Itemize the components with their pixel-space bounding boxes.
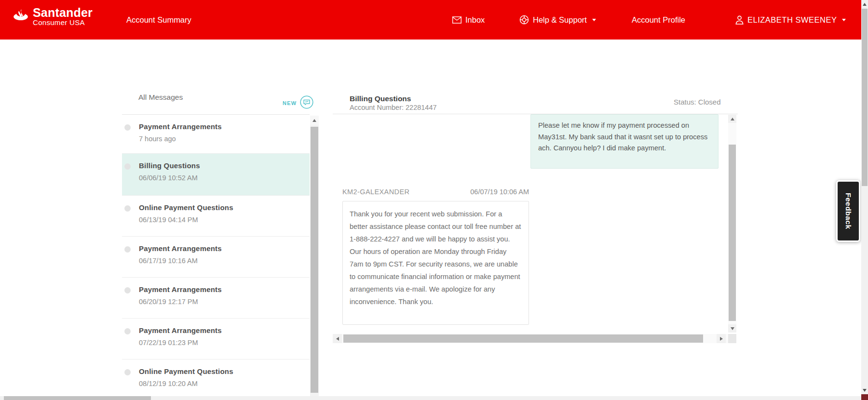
unread-dot-icon — [124, 205, 131, 212]
arrow-left-icon — [336, 337, 339, 341]
new-message-button[interactable]: NEW — [283, 95, 313, 109]
message-list-item[interactable]: Payment Arrangements 7 hours ago — [122, 115, 310, 154]
santander-flame-icon — [13, 9, 29, 23]
scrollbar-thumb[interactable] — [862, 9, 868, 186]
unread-dot-icon — [124, 163, 131, 170]
chat-bubble-icon — [300, 95, 313, 109]
browser-horizontal-scrollbar[interactable] — [0, 396, 861, 400]
agent-message-bubble: Thank you for your recent web submission… — [342, 201, 529, 325]
arrow-up-icon — [731, 118, 734, 120]
thread-vertical-scrollbar[interactable] — [728, 115, 736, 333]
feedback-tab[interactable]: Feedback — [836, 180, 860, 242]
message-list-item[interactable]: Payment Arrangements 06/17/19 10:16 AM — [122, 237, 310, 278]
brand-name: Santander — [33, 6, 93, 19]
scrollbar-thumb[interactable] — [311, 127, 318, 393]
customer-message-bubble: Please let me know if my payment process… — [530, 114, 719, 169]
envelope-icon — [452, 16, 461, 24]
scroll-up-button[interactable] — [728, 115, 736, 123]
thread-account-number: Account Number: 22281447 — [350, 104, 437, 111]
unread-dot-icon — [124, 246, 131, 253]
arrow-up-icon — [312, 119, 316, 122]
santander-logo[interactable]: Santander Consumer USA — [13, 6, 93, 27]
scrollbar-thumb[interactable] — [343, 334, 703, 343]
scroll-right-button[interactable] — [717, 334, 726, 343]
thread-scrollbar-corner — [728, 334, 736, 343]
scroll-down-button[interactable] — [861, 387, 868, 394]
message-list-item[interactable]: Payment Arrangements 06/20/19 12:17 PM — [122, 278, 310, 319]
scroll-up-button[interactable] — [310, 116, 319, 125]
arrow-right-icon — [720, 337, 723, 341]
life-ring-icon — [519, 15, 529, 25]
message-list-scrollbar[interactable] — [310, 116, 319, 396]
scroll-down-button[interactable] — [728, 324, 736, 333]
agent-message-meta: KM2-GALEXANDER 06/07/19 10:06 AM — [342, 188, 529, 196]
agent-name: KM2-GALEXANDER — [342, 188, 409, 196]
thread-status: Status: Closed — [674, 98, 721, 106]
nav-account-profile[interactable]: Account Profile — [632, 0, 685, 40]
message-list-header: All Messages — [138, 93, 183, 102]
unread-dot-icon — [124, 369, 131, 375]
thread-horizontal-scrollbar[interactable] — [333, 334, 728, 343]
unread-dot-icon — [124, 328, 131, 334]
browser-vertical-scrollbar[interactable] — [861, 0, 868, 400]
arrow-down-icon — [863, 389, 867, 392]
person-icon — [735, 15, 744, 25]
chevron-down-icon — [592, 19, 596, 21]
unread-dot-icon — [124, 124, 131, 131]
agent-timestamp: 06/07/19 10:06 AM — [470, 188, 529, 196]
scroll-up-button[interactable] — [861, 0, 868, 8]
nav-account-summary[interactable]: Account Summary — [126, 0, 191, 40]
chevron-down-icon — [842, 19, 846, 21]
nav-help-support[interactable]: Help & Support — [519, 0, 596, 40]
nav-user-menu[interactable]: ELIZABETH SWEENEY — [735, 0, 846, 40]
message-list-item[interactable]: Online Payment Questions 08/12/19 10:20 … — [122, 360, 310, 400]
arrow-down-icon — [731, 327, 734, 330]
scrollbar-corner — [861, 394, 868, 400]
thread-title: Billing Questions — [350, 94, 411, 103]
arrow-up-icon — [863, 3, 867, 6]
nav-inbox[interactable]: Inbox — [452, 0, 485, 40]
scrollbar-thumb[interactable] — [729, 145, 736, 321]
brand-subtitle: Consumer USA — [33, 19, 93, 27]
scrollbar-thumb[interactable] — [4, 396, 151, 400]
message-list-item[interactable]: Online Payment Questions 06/13/19 04:14 … — [122, 196, 310, 237]
scroll-left-button[interactable] — [333, 334, 342, 343]
top-navbar: Santander Consumer USA Account Summary I… — [0, 0, 861, 40]
message-list: Payment Arrangements 7 hours ago Billing… — [122, 114, 310, 400]
unread-dot-icon — [124, 287, 131, 293]
message-list-item[interactable]: Payment Arrangements 07/22/19 01:23 PM — [122, 319, 310, 360]
message-list-item-selected[interactable]: Billing Questions 06/06/19 10:52 AM — [122, 154, 310, 196]
